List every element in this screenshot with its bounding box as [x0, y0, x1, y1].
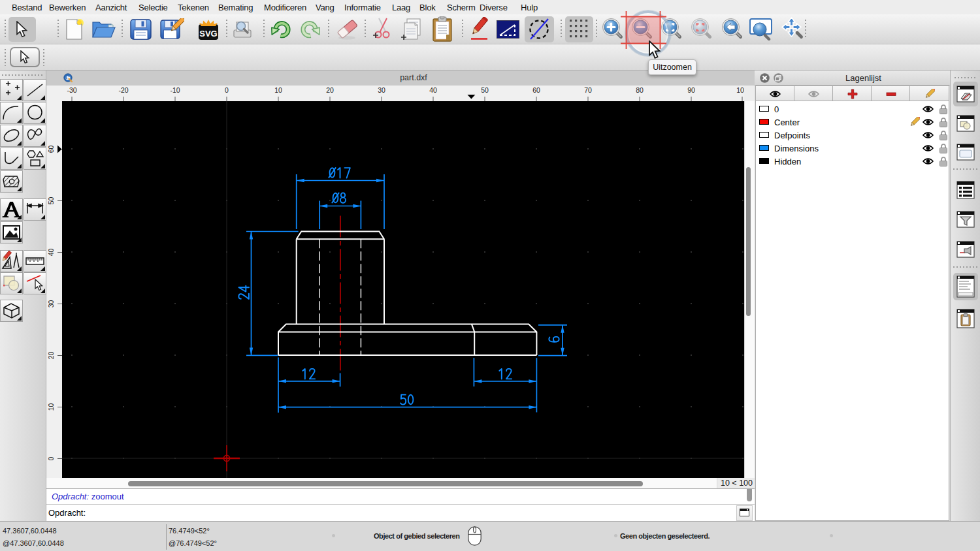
svg-text:30: 30	[378, 86, 385, 94]
svg-text:40: 40	[429, 86, 437, 94]
svg-text:50: 50	[481, 86, 489, 94]
svg-text:SVG: SVG	[199, 29, 217, 39]
svg-text:20: 20	[326, 86, 334, 94]
svg-text:40: 40	[47, 249, 55, 257]
svg-text:100: 100	[736, 86, 744, 94]
svg-text:10: 10	[47, 403, 55, 411]
svg-text:-10: -10	[170, 86, 180, 94]
svg-text:60: 60	[532, 86, 540, 94]
svg-text:0: 0	[225, 86, 229, 94]
svg-text:60: 60	[47, 146, 55, 153]
svg-text:10: 10	[274, 86, 282, 94]
svg-text:-20: -20	[118, 86, 128, 94]
svg-text:70: 70	[584, 86, 592, 94]
svg-text:20: 20	[47, 352, 55, 360]
svg-text:50: 50	[47, 197, 55, 205]
svg-text:0: 0	[47, 456, 55, 460]
svg-text:90: 90	[687, 86, 695, 94]
svg-text:30: 30	[47, 300, 55, 308]
svg-text:-30: -30	[67, 86, 76, 94]
svg-text:80: 80	[636, 86, 644, 94]
